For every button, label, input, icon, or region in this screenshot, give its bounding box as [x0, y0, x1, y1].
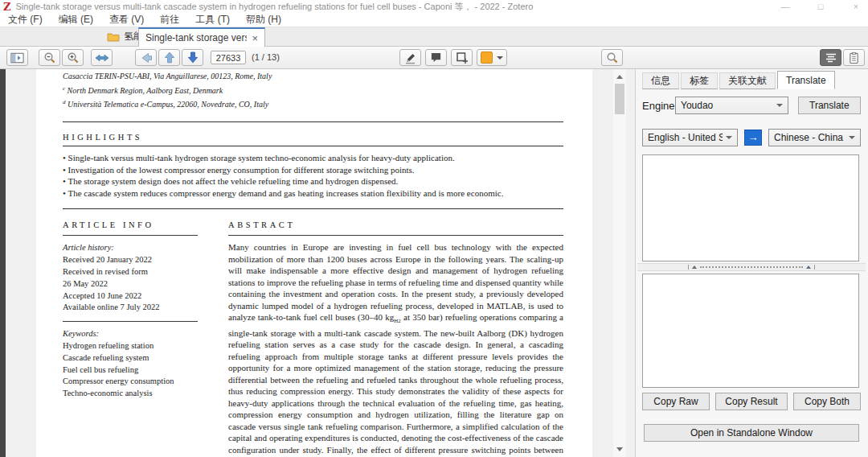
- menu-edit[interactable]: 编辑 (E): [51, 13, 101, 27]
- tab-bar: 氢能 Single-tank storage vers... ×: [0, 27, 868, 47]
- zoom-out-button[interactable]: [39, 49, 60, 66]
- page-status: (1 / 13): [252, 52, 280, 62]
- close-button[interactable]: ×: [850, 2, 862, 11]
- history-line: Available online 7 July 2022: [63, 302, 198, 314]
- scroll-down-button[interactable]: [613, 443, 626, 455]
- tab-close-icon[interactable]: ×: [252, 32, 258, 44]
- menu-bar: 文件 (F) 编辑 (E) 查看 (V) 前往 工具 (T) 帮助 (H): [0, 13, 868, 27]
- pdf-page: Casaccia TERIN-PSU-ABI, Via Anguillarese…: [36, 69, 592, 457]
- menu-help[interactable]: 帮助 (H): [238, 13, 289, 27]
- abstract-text: Many countries in Europe are investing i…: [228, 241, 563, 457]
- note-tool-button[interactable]: [425, 49, 447, 66]
- tab-tags[interactable]: 标签: [681, 72, 718, 89]
- result-text-area[interactable]: [642, 274, 859, 388]
- zoom-page-width-button[interactable]: [91, 49, 113, 66]
- window-title: Single-tank storage versus multi-tank ca…: [16, 1, 534, 13]
- annotations-list-icon: [825, 53, 837, 63]
- engine-select-value: Youdao: [681, 100, 773, 111]
- arrow-left-icon: [140, 52, 153, 64]
- affiliation-line: c North Denmark Region, Aalborg East, De…: [63, 83, 563, 97]
- menu-file[interactable]: 文件 (F): [0, 13, 51, 27]
- open-standalone-window-button[interactable]: Open in Standalone Window: [644, 424, 859, 442]
- context-pane-toggle-button[interactable]: [843, 49, 865, 66]
- keyword-line: Hydrogen refueling station: [63, 340, 198, 352]
- source-language-value: English - United St...: [648, 132, 723, 143]
- menu-go[interactable]: 前往: [152, 13, 187, 27]
- scrollbar-thumb[interactable]: [615, 84, 624, 114]
- copy-raw-button[interactable]: Copy Raw: [642, 393, 710, 410]
- divider: [63, 235, 198, 236]
- highlights-heading: HIGHLIGHTS: [63, 133, 563, 142]
- chevron-down-icon: [776, 104, 783, 107]
- swap-direction-button[interactable]: →: [744, 130, 762, 146]
- tab-related[interactable]: 关联文献: [719, 72, 776, 89]
- scroll-up-button[interactable]: [613, 71, 626, 83]
- article-info-column: ARTICLE INFO Article history: Received 2…: [63, 220, 198, 457]
- annotations-panel-toggle-button[interactable]: [820, 49, 841, 66]
- affiliation-line: d Università Telematica e-Campus, 22060,…: [63, 97, 563, 111]
- target-language-select[interactable]: Chinese - China: [768, 129, 861, 146]
- abstract-column: ABSTRACT Many countries in Europe are in…: [228, 220, 563, 457]
- engine-select[interactable]: Youdao: [675, 97, 788, 114]
- tab-translate[interactable]: Translate: [777, 71, 835, 89]
- keyword-line: Cascade refueling system: [63, 352, 198, 364]
- keywords-label: Keywords:: [63, 328, 198, 340]
- search-icon: [606, 51, 619, 64]
- area-select-tool-button[interactable]: [451, 49, 473, 66]
- toggle-sidebar-button[interactable]: [6, 49, 28, 66]
- find-in-document-button[interactable]: [601, 49, 623, 66]
- engine-label: Engine: [642, 100, 675, 112]
- sidebar-collapsed-strip: [0, 69, 6, 457]
- triangle-down-icon: [616, 447, 623, 451]
- copy-both-button[interactable]: Copy Both: [793, 393, 861, 410]
- tab-info[interactable]: 信息: [642, 72, 679, 89]
- copy-result-button[interactable]: Copy Result: [715, 393, 788, 410]
- history-line: Received in revised form: [63, 266, 198, 278]
- engine-row: Engine Youdao Translate: [642, 97, 861, 114]
- highlight-tool-button[interactable]: [399, 49, 421, 66]
- highlight-bullet: The storage system design does not affec…: [63, 175, 563, 187]
- divider: [63, 208, 563, 209]
- color-swatch-yellow: [481, 51, 493, 64]
- language-row: English - United St... → Chinese - China: [642, 129, 861, 146]
- context-panel-tabs: 信息 标签 关联文献 Translate: [642, 71, 837, 89]
- raw-text-area[interactable]: [642, 154, 859, 261]
- translate-button[interactable]: Translate: [798, 97, 861, 114]
- highlighter-icon: [404, 51, 417, 64]
- zoom-out-icon: [43, 51, 56, 64]
- folder-icon: [107, 32, 120, 42]
- tab-reader[interactable]: Single-tank storage vers... ×: [138, 27, 265, 47]
- panel-splitter[interactable]: [637, 263, 866, 271]
- minimize-button[interactable]: —: [780, 2, 791, 11]
- menu-view[interactable]: 查看 (V): [101, 13, 152, 27]
- maximize-button[interactable]: □: [815, 2, 826, 11]
- next-page-button[interactable]: [182, 49, 203, 66]
- zoom-in-button[interactable]: [62, 49, 84, 66]
- target-language-value: Chinese - China: [774, 132, 845, 143]
- keyword-line: Techno-economic analysis: [63, 388, 198, 400]
- annotation-color-button[interactable]: [477, 49, 507, 66]
- zotero-logo-icon: Z: [3, 2, 11, 12]
- arrow-down-icon: [187, 51, 199, 64]
- affiliation-line: Casaccia TERIN-PSU-ABI, Via Anguillarese…: [63, 71, 563, 83]
- divider: [63, 121, 563, 122]
- page-number-input[interactable]: [211, 51, 246, 64]
- area-select-icon: [456, 51, 469, 64]
- source-language-select[interactable]: English - United St...: [642, 129, 738, 146]
- context-panel: 信息 标签 关联文献 Translate Engine Youdao Trans…: [635, 69, 868, 457]
- title-bar: Z Single-tank storage versus multi-tank …: [0, 0, 868, 13]
- highlight-bullet: Single-tank versus multi-tank hydrogen s…: [63, 152, 563, 164]
- menu-tools[interactable]: 工具 (T): [187, 13, 238, 27]
- pdf-toolbar: (1 / 13): [0, 47, 868, 69]
- navigate-back-button[interactable]: [135, 49, 157, 66]
- arrow-right-icon: →: [748, 131, 759, 143]
- highlight-bullet: Investigation of the lowest compressor e…: [63, 164, 563, 176]
- article-history-label: Article history:: [63, 242, 198, 254]
- pdf-scrollbar[interactable]: [613, 69, 626, 457]
- divider: [228, 235, 563, 236]
- note-icon: [430, 51, 442, 64]
- zoom-in-icon: [67, 51, 80, 64]
- fit-width-icon: [95, 53, 109, 63]
- article-info-heading: ARTICLE INFO: [63, 220, 198, 232]
- previous-page-button[interactable]: [158, 49, 180, 66]
